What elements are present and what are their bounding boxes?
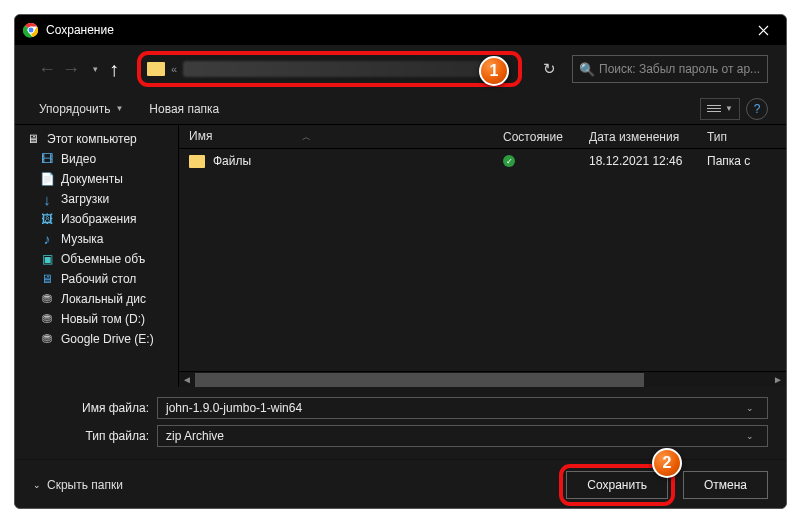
help-button[interactable]: ? [746, 98, 768, 120]
filetype-label: Тип файла: [33, 429, 157, 443]
close-button[interactable] [740, 15, 786, 45]
tree-item[interactable]: 🎞Видео [15, 149, 178, 169]
download-icon: ↓ [39, 192, 55, 206]
address-bar[interactable]: « ▾ [137, 51, 522, 87]
file-status: ✓ [503, 155, 589, 167]
back-button[interactable]: ← [35, 59, 59, 80]
drive-icon: ⛃ [39, 312, 55, 326]
sort-indicator-icon: ︿ [302, 132, 311, 142]
music-icon: ♪ [39, 232, 55, 246]
tree-item[interactable]: 🖼Изображения [15, 209, 178, 229]
tree-item[interactable]: ♪Музыка [15, 229, 178, 249]
sync-ok-icon: ✓ [503, 155, 515, 167]
filetype-select[interactable]: zip Archive ⌄ [157, 425, 768, 447]
pc-icon: 🖥 [25, 132, 41, 146]
tree-item[interactable]: ▣Объемные объ [15, 249, 178, 269]
address-path-blurred [183, 61, 499, 77]
tree-item[interactable]: 📄Документы [15, 169, 178, 189]
scroll-thumb[interactable] [195, 373, 644, 387]
col-name[interactable]: Имя︿ [189, 129, 503, 144]
filename-label: Имя файла: [33, 401, 157, 415]
3d-icon: ▣ [39, 252, 55, 266]
save-button[interactable]: Сохранить [566, 471, 668, 499]
video-icon: 🎞 [39, 152, 55, 166]
search-input[interactable]: 🔍 Поиск: Забыл пароль от ар... [572, 55, 768, 83]
view-mode-button[interactable]: ▼ [700, 98, 740, 120]
forward-button[interactable]: → [59, 59, 83, 80]
chrome-icon [23, 22, 39, 38]
file-date: 18.12.2021 12:46 [589, 154, 707, 168]
nav-row: ← → ▾ ↑ « ▾ ↻ 🔍 Поиск: Забыл пароль от а… [15, 45, 786, 93]
tree-item[interactable]: ⛃Локальный дис [15, 289, 178, 309]
nav-tree[interactable]: 🖥 Этот компьютер 🎞Видео 📄Документы ↓Загр… [15, 125, 179, 387]
list-icon [707, 105, 721, 112]
tree-item[interactable]: 🖥Рабочий стол [15, 269, 178, 289]
desktop-icon: 🖥 [39, 272, 55, 286]
new-folder-button[interactable]: Новая папка [143, 98, 225, 120]
horizontal-scrollbar[interactable]: ◄ ► [179, 371, 786, 387]
chevron-down-icon: ⌄ [33, 480, 41, 490]
scroll-right-icon[interactable]: ► [770, 374, 786, 385]
chevron-down-icon[interactable]: ⌄ [741, 403, 759, 413]
chevron-down-icon: ▼ [725, 104, 733, 113]
organize-button[interactable]: Упорядочить▼ [33, 98, 129, 120]
tree-item[interactable]: ⛃Google Drive (E:) [15, 329, 178, 349]
annotation-marker-2: 2 [652, 448, 682, 478]
chevron-down-icon[interactable]: ⌄ [741, 431, 759, 441]
scroll-left-icon[interactable]: ◄ [179, 374, 195, 385]
up-button[interactable]: ↑ [109, 58, 131, 80]
col-type[interactable]: Тип [707, 130, 786, 144]
toolbar: Упорядочить▼ Новая папка ▼ ? [15, 93, 786, 125]
address-sep: « [171, 63, 177, 75]
title-bar: Сохранение [15, 15, 786, 45]
col-status[interactable]: Состояние [503, 130, 589, 144]
document-icon: 📄 [39, 172, 55, 186]
tree-item[interactable]: ⛃Новый том (D:) [15, 309, 178, 329]
drive-icon: ⛃ [39, 332, 55, 346]
pictures-icon: 🖼 [39, 212, 55, 226]
filename-input[interactable]: john-1.9.0-jumbo-1-win64 ⌄ [157, 397, 768, 419]
cancel-button[interactable]: Отмена [683, 471, 768, 499]
window-title: Сохранение [46, 23, 740, 37]
folder-icon [147, 62, 165, 76]
column-headers[interactable]: Имя︿ Состояние Дата изменения Тип [179, 125, 786, 149]
refresh-button[interactable]: ↻ [532, 54, 566, 84]
hide-folders-button[interactable]: ⌄ Скрыть папки [33, 478, 123, 492]
search-placeholder: Поиск: Забыл пароль от ар... [599, 62, 761, 76]
file-row[interactable]: Файлы ✓ 18.12.2021 12:46 Папка с [179, 149, 786, 173]
tree-root[interactable]: 🖥 Этот компьютер [15, 129, 178, 149]
file-name: Файлы [213, 154, 503, 168]
folder-icon [189, 155, 205, 168]
file-type: Папка с [707, 154, 750, 168]
recent-dropdown[interactable]: ▾ [83, 64, 107, 74]
annotation-marker-1: 1 [479, 56, 509, 86]
col-date[interactable]: Дата изменения [589, 130, 707, 144]
search-icon: 🔍 [579, 62, 593, 77]
tree-item[interactable]: ↓Загрузки [15, 189, 178, 209]
chevron-down-icon: ▼ [115, 104, 123, 113]
drive-icon: ⛃ [39, 292, 55, 306]
close-icon [758, 25, 769, 36]
